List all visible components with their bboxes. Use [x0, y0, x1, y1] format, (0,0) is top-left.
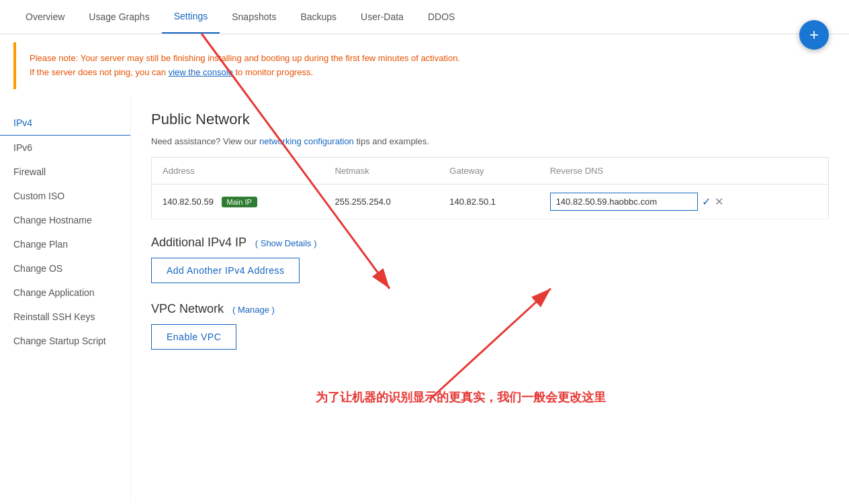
show-details-link[interactable]: ( Show Details )	[255, 238, 317, 248]
vpc-network-section: VPC Network ( Manage ) Enable VPC	[151, 302, 829, 350]
tab-settings[interactable]: Settings	[162, 0, 220, 34]
dns-input-wrap: ✓ ✕	[550, 193, 817, 211]
sidebar-item-ipv6[interactable]: IPv6	[0, 136, 130, 160]
additional-ipv4-title: Additional IPv4 IP ( Show Details )	[151, 236, 829, 250]
view-console-link[interactable]: view the console	[169, 67, 233, 77]
plus-button[interactable]: +	[799, 20, 829, 50]
tab-backups[interactable]: Backups	[288, 1, 349, 33]
sidebar-item-change-startup[interactable]: Change Startup Script	[0, 329, 130, 353]
alert-text3: to monitor progress.	[233, 67, 313, 77]
desc-suffix: tips and examples.	[354, 136, 429, 146]
col-netmask: Netmask	[324, 157, 439, 184]
sidebar-item-ipv4[interactable]: IPv4	[0, 111, 130, 136]
tab-snapshots[interactable]: Snapshots	[220, 1, 288, 33]
dns-confirm-icon[interactable]: ✓	[702, 195, 711, 208]
tab-usage-graphs[interactable]: Usage Graphs	[77, 1, 161, 33]
alert-text1: Please note: Your server may still be fi…	[30, 53, 460, 63]
sidebar-item-change-application[interactable]: Change Application	[0, 281, 130, 305]
tab-user-data[interactable]: User-Data	[349, 1, 416, 33]
dns-cancel-icon[interactable]: ✕	[715, 195, 723, 208]
cell-netmask: 255.255.254.0	[324, 184, 439, 219]
content-area: Public Network Need assistance? View our…	[131, 97, 849, 500]
vpc-network-title: VPC Network ( Manage )	[151, 302, 829, 316]
manage-link[interactable]: ( Manage )	[232, 305, 275, 315]
cell-address: 140.82.50.59 Main IP	[152, 184, 324, 219]
tab-overview[interactable]: Overview	[13, 1, 77, 33]
sidebar-item-change-os[interactable]: Change OS	[0, 256, 130, 281]
reverse-dns-input[interactable]	[550, 193, 698, 211]
sidebar: IPv4 IPv6 Firewall Custom ISO Change Hos…	[0, 97, 131, 500]
network-table: Address Netmask Gateway Reverse DNS 140.…	[151, 157, 829, 219]
col-gateway: Gateway	[439, 157, 539, 184]
col-address: Address	[152, 157, 324, 184]
desc-prefix: Need assistance? View our	[151, 136, 259, 146]
cell-gateway: 140.82.50.1	[439, 184, 539, 219]
sidebar-item-change-hostname[interactable]: Change Hostname	[0, 208, 130, 232]
sidebar-item-change-plan[interactable]: Change Plan	[0, 232, 130, 256]
public-network-title: Public Network	[151, 111, 829, 128]
tab-ddos[interactable]: DDOS	[416, 1, 467, 33]
enable-vpc-button[interactable]: Enable VPC	[151, 324, 236, 350]
cell-reverse-dns: ✓ ✕	[539, 184, 829, 219]
networking-config-link[interactable]: networking configuration	[259, 136, 354, 146]
top-nav: Overview Usage Graphs Settings Snapshots…	[0, 0, 849, 34]
alert-text2: If the server does not ping, you can	[30, 67, 169, 77]
main-layout: IPv4 IPv6 Firewall Custom ISO Change Hos…	[0, 97, 849, 500]
alert-banner: Please note: Your server may still be fi…	[13, 42, 836, 89]
sidebar-item-custom-iso[interactable]: Custom ISO	[0, 184, 130, 208]
sidebar-item-firewall[interactable]: Firewall	[0, 160, 130, 184]
table-row: 140.82.50.59 Main IP 255.255.254.0 140.8…	[152, 184, 829, 219]
col-reverse-dns: Reverse DNS	[539, 157, 829, 184]
public-network-desc: Need assistance? View our networking con…	[151, 136, 829, 146]
additional-ipv4-section: Additional IPv4 IP ( Show Details ) Add …	[151, 236, 829, 302]
add-ipv4-button[interactable]: Add Another IPv4 Address	[151, 258, 300, 283]
ip-address: 140.82.50.59	[163, 197, 214, 207]
main-ip-badge: Main IP	[222, 197, 257, 207]
sidebar-item-reinstall-ssh[interactable]: Reinstall SSH Keys	[0, 305, 130, 329]
